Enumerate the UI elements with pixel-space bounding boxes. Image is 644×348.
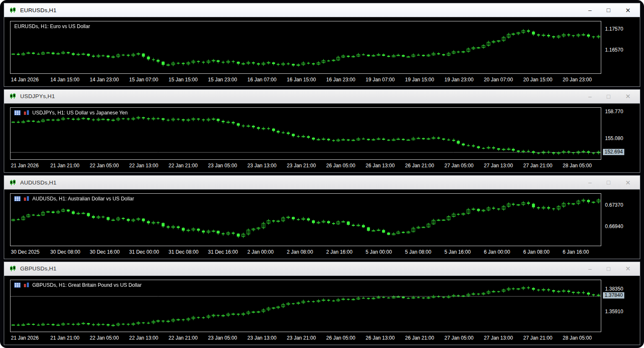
time-axis-label: 19 Jan 23:00 bbox=[444, 77, 473, 83]
time-axis[interactable]: 14 Jan 202614 Jan 15:0014 Jan 23:0015 Ja… bbox=[10, 76, 601, 84]
chart-plot[interactable]: GBPUSDs, H1: Great Britain Pound vs US D… bbox=[10, 280, 601, 332]
time-axis-label: 27 Jan 05:00 bbox=[444, 163, 473, 169]
table-icon[interactable] bbox=[14, 283, 21, 288]
time-axis-label: 27 Jan 21:00 bbox=[523, 335, 552, 341]
time-axis-label: 26 Jan 21:00 bbox=[405, 163, 434, 169]
chart-bars-icon[interactable] bbox=[23, 110, 29, 115]
time-axis-label: 23 Jan 21:00 bbox=[287, 163, 316, 169]
time-axis-label: 22 Jan 13:00 bbox=[129, 335, 158, 341]
time-axis-label: 23 Jan 05:00 bbox=[208, 163, 237, 169]
chart-bars-icon[interactable] bbox=[23, 283, 29, 288]
time-axis-label: 28 Jan 05:00 bbox=[563, 163, 592, 169]
time-axis-label: 16 Jan 15:00 bbox=[287, 77, 316, 83]
candlestick-icon bbox=[9, 265, 16, 272]
time-axis-label: 6 Jan 08:00 bbox=[523, 249, 550, 255]
price-axis[interactable]: 1.175701.16570 bbox=[601, 21, 640, 74]
time-axis[interactable]: 30 Dec 202530 Dec 08:0030 Dec 16:0031 De… bbox=[10, 248, 601, 257]
candlestick-icon bbox=[9, 93, 16, 99]
minimize-button[interactable]: – bbox=[588, 179, 592, 185]
current-price-badge: 1.37840 bbox=[603, 292, 624, 299]
window-titlebar[interactable]: EURUSDs,H1 – □ ✕ bbox=[4, 3, 640, 17]
window-titlebar[interactable]: GBPUSDs,H1 – □ ✕ bbox=[4, 262, 640, 276]
time-axis-label: 27 Jan 13:00 bbox=[484, 163, 513, 169]
time-axis-label: 21 Jan 21:00 bbox=[50, 163, 79, 169]
time-axis-label: 20 Jan 07:00 bbox=[484, 77, 513, 83]
time-axis-label: 2 Jan 16:00 bbox=[326, 249, 353, 255]
minimize-button[interactable]: – bbox=[588, 93, 592, 99]
close-button[interactable]: ✕ bbox=[625, 265, 631, 272]
time-axis-label: 30 Dec 2025 bbox=[11, 249, 39, 255]
time-axis-label: 14 Jan 2026 bbox=[11, 77, 39, 83]
time-axis-label: 20 Jan 23:00 bbox=[563, 77, 592, 83]
time-axis-label: 15 Jan 15:00 bbox=[169, 77, 197, 83]
maximize-button[interactable]: □ bbox=[607, 266, 610, 272]
chart-header: GBPUSDs, H1: Great Britain Pound vs US D… bbox=[14, 282, 142, 288]
time-axis-label: 21 Jan 2026 bbox=[11, 163, 39, 169]
table-icon[interactable] bbox=[14, 196, 21, 201]
time-axis-label: 5 Jan 08:00 bbox=[405, 249, 431, 255]
chart-header: EURUSDs, H1: Euro vs US Dollar bbox=[14, 23, 90, 29]
trading-terminal: EURUSDs,H1 – □ ✕ EURUSDs, H1: Euro vs US… bbox=[0, 0, 644, 348]
price-axis[interactable]: 158.770155.080152.694 bbox=[601, 107, 640, 160]
time-axis-label: 5 Jan 00:00 bbox=[366, 249, 392, 255]
maximize-button[interactable]: □ bbox=[607, 179, 610, 185]
time-axis-label: 23 Jan 13:00 bbox=[247, 335, 276, 341]
time-axis-label: 22 Jan 21:00 bbox=[169, 335, 197, 341]
chart-description: EURUSDs, H1: Euro vs US Dollar bbox=[14, 23, 90, 29]
minimize-button[interactable]: – bbox=[588, 266, 592, 272]
chart-bars-icon[interactable] bbox=[23, 196, 29, 201]
price-axis-label: 1.38350 bbox=[605, 286, 623, 292]
price-axis-label: 158.770 bbox=[605, 109, 623, 115]
time-axis-label: 26 Jan 13:00 bbox=[366, 335, 395, 341]
time-axis-label: 2 Jan 00:00 bbox=[247, 249, 274, 255]
chart-window-usdjpy: USDJPYs,H1 – □ ✕ USDJPYs, H1: US Dollar … bbox=[4, 89, 640, 173]
close-button[interactable]: ✕ bbox=[625, 7, 631, 13]
window-titlebar[interactable]: USDJPYs,H1 – □ ✕ bbox=[4, 90, 640, 104]
window-title: GBPUSDs,H1 bbox=[20, 265, 57, 272]
table-icon[interactable] bbox=[14, 110, 21, 115]
time-axis-label: 16 Jan 07:00 bbox=[247, 77, 276, 83]
candlestick-icon bbox=[9, 7, 16, 13]
chart-body: USDJPYs, H1: US Dollar vs Japanese Yen 1… bbox=[4, 104, 640, 173]
time-axis-label: 21 Jan 2026 bbox=[11, 335, 39, 341]
time-axis-label: 6 Jan 00:00 bbox=[484, 249, 510, 255]
time-axis-label: 19 Jan 07:00 bbox=[366, 77, 395, 83]
time-axis-label: 27 Jan 21:00 bbox=[523, 163, 552, 169]
maximize-button[interactable]: □ bbox=[607, 7, 610, 13]
price-axis[interactable]: 1.383501.359101.37840 bbox=[601, 280, 640, 332]
time-axis-label: 26 Jan 05:00 bbox=[326, 163, 355, 169]
price-axis-label: 0.66940 bbox=[605, 223, 623, 230]
window-titlebar[interactable]: AUDUSDs,H1 – □ ✕ bbox=[4, 176, 640, 190]
current-price-badge: 152.694 bbox=[603, 149, 624, 155]
chart-body: GBPUSDs, H1: Great Britain Pound vs US D… bbox=[4, 276, 640, 345]
candlestick-canvas[interactable] bbox=[10, 21, 601, 73]
time-axis-label: 23 Jan 13:00 bbox=[247, 163, 276, 169]
minimize-button[interactable]: – bbox=[588, 7, 592, 13]
price-axis-label: 1.35910 bbox=[605, 309, 623, 315]
time-axis[interactable]: 21 Jan 202621 Jan 21:0022 Jan 05:0022 Ja… bbox=[10, 162, 601, 170]
chart-plot[interactable]: EURUSDs, H1: Euro vs US Dollar bbox=[10, 21, 601, 74]
close-button[interactable]: ✕ bbox=[625, 93, 631, 99]
close-button[interactable]: ✕ bbox=[625, 179, 631, 186]
time-axis-label: 22 Jan 05:00 bbox=[90, 163, 119, 169]
chart-plot[interactable]: USDJPYs, H1: US Dollar vs Japanese Yen bbox=[10, 107, 601, 160]
time-axis-label: 31 Dec 00:00 bbox=[129, 249, 159, 255]
chart-window-gbpusd: GBPUSDs,H1 – □ ✕ GBPUSDs, H1: Great Brit… bbox=[4, 262, 640, 345]
price-axis-label: 155.080 bbox=[605, 135, 623, 142]
time-axis-label: 6 Jan 16:00 bbox=[563, 249, 589, 255]
price-axis[interactable]: 0.673700.66940 bbox=[601, 193, 640, 246]
maximize-button[interactable]: □ bbox=[607, 93, 610, 99]
candlestick-icon bbox=[9, 179, 16, 186]
time-axis-label: 16 Jan 23:00 bbox=[326, 77, 355, 83]
price-axis-label: 1.16570 bbox=[605, 47, 623, 53]
time-axis-label: 19 Jan 15:00 bbox=[405, 77, 434, 83]
time-axis-label: 2 Jan 08:00 bbox=[287, 249, 313, 255]
time-axis-label: 23 Jan 05:00 bbox=[208, 335, 237, 341]
chart-plot[interactable]: AUDUSDs, H1: Australian Dollar vs US Dol… bbox=[10, 193, 601, 246]
chart-description: AUDUSDs, H1: Australian Dollar vs US Dol… bbox=[32, 196, 134, 202]
chart-body: AUDUSDs, H1: Australian Dollar vs US Dol… bbox=[4, 190, 640, 259]
time-axis-label: 30 Dec 16:00 bbox=[90, 249, 119, 255]
time-axis-label: 20 Jan 15:00 bbox=[523, 77, 552, 83]
time-axis-label: 15 Jan 23:00 bbox=[208, 77, 237, 83]
time-axis[interactable]: 21 Jan 202621 Jan 21:0022 Jan 05:0022 Ja… bbox=[10, 334, 601, 343]
